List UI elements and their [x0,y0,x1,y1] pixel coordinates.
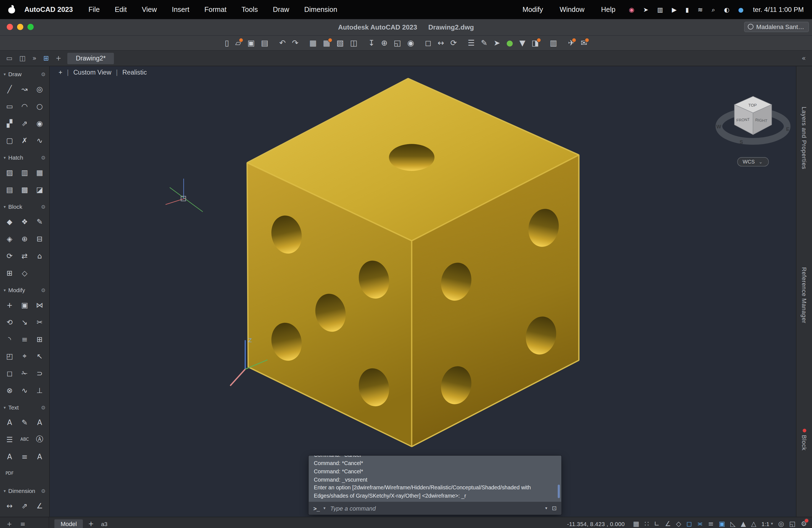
isometric-drafting-toggle[interactable]: ◇ [676,520,681,528]
dynamic-ucs-toggle[interactable]: ◺ [730,520,736,528]
properties-palette-icon[interactable]: ▥ [550,39,557,47]
autoscale-toggle[interactable]: △ [751,520,756,528]
screen-record-icon[interactable]: ◉ [629,6,634,13]
customization-icon[interactable]: ⚙ [801,520,807,528]
batch-plot-icon[interactable]: ▦ [323,39,330,47]
single-line-text-tool[interactable]: A [2,448,17,465]
app-menu-title[interactable]: AutoCAD 2023 [24,6,73,14]
hatch-pattern-tool[interactable]: ▥ [17,164,32,181]
isolate-objects-icon[interactable]: ◎ [778,520,784,528]
gradient-tool[interactable]: ▤ [2,180,17,198]
boundary-tool[interactable]: ▦ [32,164,47,181]
collapse-tabs-icon[interactable]: « [802,54,806,62]
palette-header-hatch[interactable]: ▾Hatch⚙ [0,151,49,164]
orbit-icon[interactable]: ⟳ [450,39,457,47]
mirror-tool[interactable]: ⋈ [32,296,47,313]
angular-dimension-tool[interactable]: ∠ [32,497,47,514]
palette-menu-icon[interactable]: ≡ [20,520,25,527]
stretch-tool[interactable]: ↖ [32,348,47,365]
compass-east-label[interactable]: E [786,126,789,132]
attach-xref-tool[interactable]: ⊕ [17,230,32,247]
save-as-icon[interactable]: ▤ [261,39,269,47]
spline-tool[interactable]: ∿ [32,131,47,149]
markup-import-icon[interactable]: ✎ [481,39,488,47]
export-pdf-icon[interactable]: ▼ [519,39,525,47]
circle-tool[interactable]: ◎ [32,80,47,98]
block-editor-tool[interactable]: ✎ [32,213,47,230]
scrollbar-thumb[interactable] [557,485,560,498]
new-layout-button[interactable]: + [88,520,93,528]
replace-block-tool[interactable]: ⇄ [17,247,32,264]
collapse-arrow-icon[interactable]: ▾ [4,155,6,160]
hatch-tool[interactable]: ▨ [2,164,17,181]
ray-tool[interactable]: ⇗ [17,114,32,131]
compass-south-label[interactable]: S [740,139,743,145]
arc-tool[interactable]: ◠ [17,98,32,115]
menu-file[interactable]: File [88,6,100,14]
redo-icon[interactable]: ↷ [292,39,299,47]
explode-tool[interactable]: ⊗ [2,382,17,399]
model-tab[interactable]: Model [54,519,83,528]
line-tool[interactable]: ╱ [2,80,17,98]
send-feedback-icon[interactable]: ✈ [568,39,575,47]
grid-display-toggle[interactable]: ▦ [633,520,639,528]
stage-manager-icon[interactable]: ▥ [657,6,663,13]
insert-object-icon[interactable]: ◱ [394,39,401,47]
gear-icon[interactable]: ⚙ [41,204,46,210]
point-tool[interactable]: ✗ [17,131,32,149]
set-base-point-tool[interactable]: ⌂ [32,247,47,264]
sheet-set-manager-icon[interactable]: ☰ [468,39,475,47]
snap-mode-toggle[interactable]: ∷ [644,520,649,528]
multiline-text-tool[interactable]: A [2,414,17,431]
break-tool[interactable]: ✁ [17,365,32,382]
define-attributes-tool[interactable]: ◈ [2,230,17,247]
donut-tool[interactable]: ◉ [32,114,47,131]
collapse-arrow-icon[interactable]: ▾ [4,204,6,209]
viewport-layout-icon[interactable]: ▭ [6,54,13,62]
box-tool[interactable]: ◻ [2,365,17,382]
annotation-visibility-toggle[interactable]: ▲ [741,520,746,528]
ellipse-tool[interactable]: ○ [32,98,47,115]
add-palette-icon[interactable]: + [6,520,12,527]
command-options-icon[interactable]: ▾ [545,506,547,511]
align-tool[interactable]: ◰ [2,348,17,365]
scale-tool[interactable]: ↘ [17,313,32,330]
dwg-compare-icon[interactable]: ◨ [532,39,539,47]
lineweight-display-toggle[interactable]: ≡ [708,520,713,528]
apple-icon[interactable] [8,6,15,14]
menu-tools[interactable]: Tools [242,6,258,14]
aligned-dimension-tool[interactable]: ⇗ [17,497,32,514]
layout-grid-icon[interactable]: ⊞ [43,54,49,62]
page-setup-icon[interactable]: ▧ [336,39,344,47]
ortho-mode-toggle[interactable]: ∟ [654,520,659,528]
side-tab-block[interactable]: Block [797,429,812,451]
control-center-icon[interactable]: ◐ [724,6,729,13]
flatten-tool[interactable]: ⊥ [32,382,47,399]
region-tool[interactable]: ▢ [2,131,17,149]
tab-overflow-icon[interactable]: » [32,54,37,62]
linear-dimension-tool[interactable]: ↔ [2,497,17,514]
text-frame-tool[interactable]: A [32,448,47,465]
align-text-tool[interactable]: ≡ [17,448,32,465]
collapse-arrow-icon[interactable]: ▾ [4,488,6,493]
dice-3d-model[interactable] [248,79,578,446]
hatch-edit-tool[interactable]: ◪ [32,180,47,198]
insert-block-tool[interactable]: ◆ [2,213,17,230]
menu-edit[interactable]: Edit [115,6,127,14]
text-style-tool[interactable]: A [32,414,47,431]
menu-view[interactable]: View [142,6,157,14]
join-tool[interactable]: ⊃ [32,365,47,382]
annotation-scale-dropdown[interactable]: 1:1 ▾ [762,520,773,527]
measure-tool[interactable]: ⌖ [17,348,32,365]
viewcube[interactable]: W S E TOP FRONT RIGHT WCS ⌄ [716,97,789,166]
rectangle-tool[interactable]: ▭ [2,98,17,115]
messages-icon[interactable]: ✉ [581,39,588,47]
edit-polyline-tool[interactable]: ∿ [17,382,32,399]
rotate-tool[interactable]: ⟲ [2,313,17,330]
selection-box-icon[interactable]: ◻ [425,39,431,47]
plot-icon[interactable]: ▦ [309,39,317,47]
battery-icon[interactable]: ▮ [685,6,689,13]
palette-header-block[interactable]: ▾Block⚙ [0,201,49,213]
solid-fill-tool[interactable]: ▩ [17,180,32,198]
polar-tracking-toggle[interactable]: ∠ [665,520,671,528]
